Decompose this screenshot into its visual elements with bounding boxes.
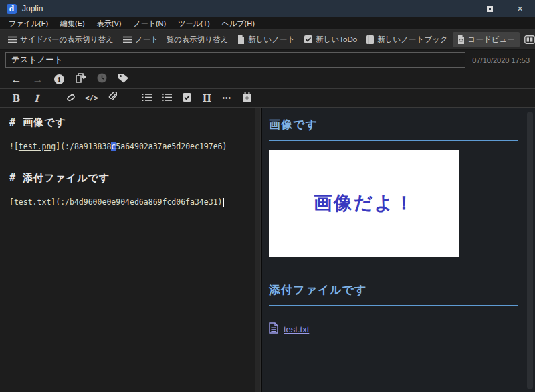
- attach-file-button[interactable]: [107, 92, 118, 104]
- code-icon: </>: [85, 94, 98, 102]
- menu-view[interactable]: 表示(V): [91, 19, 128, 29]
- numbered-list-button[interactable]: [141, 92, 152, 104]
- info-icon: i: [54, 74, 64, 84]
- close-button[interactable]: ×: [505, 0, 535, 17]
- main-toolbar: サイドバーの表示切り替え ノート一覧の表示切り替え 新しいノート 新しいToDo…: [0, 30, 535, 50]
- bold-button[interactable]: B: [11, 92, 22, 104]
- close-icon: ×: [517, 4, 522, 13]
- heading-rule: [269, 305, 518, 306]
- italic-button[interactable]: I: [31, 92, 42, 104]
- file-text-icon: [269, 322, 278, 336]
- hyperlink-button[interactable]: [65, 92, 76, 104]
- editor-heading-image: # 画像です: [9, 116, 248, 129]
- editor-image-link: test.png: [19, 142, 56, 151]
- tags-button[interactable]: [118, 74, 129, 86]
- heading-button[interactable]: H: [201, 92, 213, 104]
- checkbox-button[interactable]: [181, 92, 193, 104]
- menu-edit[interactable]: 編集(E): [54, 19, 91, 29]
- clock-icon: [97, 73, 107, 86]
- note-content: # 画像です ![test.png](:/8a913838c5a64902a37…: [0, 108, 535, 392]
- note-header: 07/10/2020 17:53: [0, 50, 535, 70]
- new-note-label: 新しいノート: [248, 35, 295, 45]
- toggle-sidebar-button[interactable]: サイドバーの表示切り替え: [3, 32, 118, 47]
- menu-tools[interactable]: ツール(T): [172, 19, 216, 29]
- bullet-list-icon: [162, 92, 172, 104]
- menu-file[interactable]: ファイル(F): [3, 19, 54, 29]
- window-title: Joplin: [22, 4, 43, 13]
- back-button[interactable]: ←: [11, 74, 22, 86]
- preview-heading-image: 画像です: [269, 117, 518, 132]
- preview-image-text: 画像だよ！: [314, 191, 415, 216]
- code-view-button[interactable]: コードビュー: [453, 32, 520, 47]
- italic-icon: I: [34, 93, 39, 104]
- editor-scrollbar[interactable]: [255, 108, 260, 392]
- new-notebook-label: 新しいノートブック: [377, 35, 447, 45]
- toggle-notelist-label: ノート一覧の表示切り替え: [135, 35, 228, 45]
- format-toolbar: B I </> H: [0, 89, 535, 108]
- bold-icon: B: [13, 93, 21, 104]
- link-icon: [66, 92, 76, 104]
- inline-code-button[interactable]: </>: [85, 92, 98, 104]
- markdown-editor[interactable]: # 画像です ![test.png](:/8a913838c5a64902a37…: [0, 108, 260, 392]
- menu-help[interactable]: ヘルプ(H): [216, 19, 261, 29]
- ellipsis-icon: •••: [223, 94, 232, 102]
- text-caret: [223, 198, 224, 207]
- hamburger-icon: [8, 36, 17, 43]
- preview-image: 画像だよ！: [269, 150, 459, 257]
- bullet-list-button[interactable]: [161, 92, 173, 104]
- check-square-icon: [304, 35, 312, 43]
- note-title-input[interactable]: [5, 52, 465, 68]
- tag-icon: [118, 73, 129, 86]
- alarm-button[interactable]: [96, 74, 108, 86]
- editor-heading-attachment: # 添付ファイルです: [9, 172, 248, 185]
- preview-scrollbar[interactable]: [527, 112, 533, 389]
- toggle-notelist-button[interactable]: ノート一覧の表示切り替え: [118, 32, 233, 47]
- new-todo-label: 新しいToDo: [316, 35, 357, 45]
- back-arrow-icon: ←: [11, 74, 22, 85]
- heading-rule: [269, 140, 518, 141]
- attachment-row: test.txt: [269, 322, 518, 336]
- split-layout-icon: [524, 35, 535, 44]
- markdown-preview: 画像です 画像だよ！ 添付ファイルです test.txt: [262, 108, 535, 392]
- paperclip-icon: [108, 92, 117, 104]
- minimize-icon: [457, 9, 463, 9]
- note-properties-button[interactable]: i: [54, 74, 65, 86]
- window-controls: ×: [445, 0, 535, 17]
- maximize-icon: [487, 6, 493, 12]
- maximize-button[interactable]: [475, 0, 505, 17]
- editor-image-markdown-line: ![test.png](:/8a913838c5a64902a37ae5d20e…: [9, 142, 248, 151]
- calendar-plus-icon: [243, 92, 251, 104]
- new-notebook-button[interactable]: 新しいノートブック: [362, 32, 452, 47]
- notebook-icon: [366, 35, 374, 44]
- menu-note[interactable]: ノート(N): [127, 19, 172, 29]
- more-formats-button[interactable]: •••: [221, 92, 233, 104]
- preview-heading-attachment: 添付ファイルです: [269, 282, 518, 298]
- forward-button[interactable]: →: [32, 74, 43, 86]
- file-code-icon: [457, 35, 465, 44]
- check-square-icon: [183, 92, 191, 104]
- new-todo-button[interactable]: 新しいToDo: [300, 32, 362, 47]
- joplin-window: d Joplin × ファイル(F) 編集(E) 表示(V) ノート(N) ツー…: [0, 0, 535, 392]
- minimize-button[interactable]: [445, 0, 475, 17]
- titlebar: d Joplin ×: [0, 0, 535, 17]
- toggle-sidebar-label: サイドバーの表示切り替え: [20, 35, 114, 45]
- new-note-icon: [237, 35, 245, 44]
- heading-icon: H: [203, 93, 211, 104]
- editor-attachment-markdown-line: [test.txt](:/b4d9600e0e904ed6a869fcd06fa…: [9, 197, 248, 207]
- menubar: ファイル(F) 編集(E) 表示(V) ノート(N) ツール(T) ヘルプ(H): [0, 17, 535, 30]
- note-timestamp: 07/10/2020 17:53: [472, 56, 530, 64]
- code-view-label: コードビュー: [468, 35, 515, 45]
- note-nav-toolbar: ← → i: [0, 70, 535, 89]
- share-icon: [76, 73, 86, 86]
- layout-toggle-button[interactable]: [520, 33, 535, 47]
- attachment-link[interactable]: test.txt: [284, 324, 309, 334]
- new-note-button[interactable]: 新しいノート: [233, 32, 300, 47]
- hamburger-icon: [123, 36, 132, 43]
- forward-arrow-icon: →: [33, 74, 43, 85]
- ordered-list-icon: [142, 92, 152, 104]
- joplin-logo-icon: d: [7, 4, 17, 14]
- insert-datetime-button[interactable]: [241, 92, 253, 104]
- share-button[interactable]: [75, 74, 86, 86]
